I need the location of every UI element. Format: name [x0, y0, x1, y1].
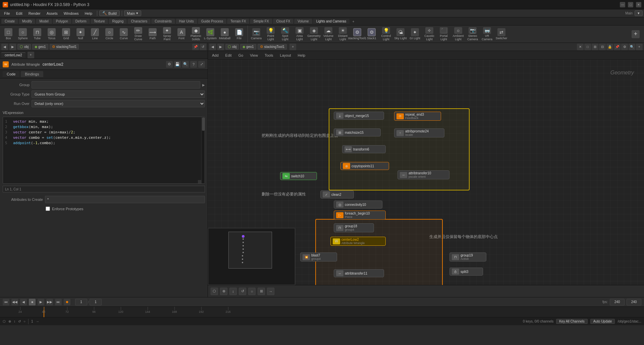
sb-circle-icon[interactable]: ○	[23, 320, 25, 323]
shelf-distant-light[interactable]: ☀ Distant Light	[336, 26, 350, 42]
terrain-fx-tab[interactable]: Terrain FX	[227, 19, 249, 24]
tc-stop[interactable]: ■	[29, 299, 36, 305]
maximize-button[interactable]: □	[628, 2, 633, 7]
right-toolbar-3[interactable]: ⊞	[592, 44, 598, 50]
shelf-spray-paint[interactable]: ✦ Spray Paint	[160, 26, 174, 42]
shelf-circle[interactable]: ○ Circle	[102, 26, 116, 42]
menu-assets[interactable]: Assets	[44, 11, 60, 16]
right-path-geo1[interactable]: ◈ geo1	[240, 44, 256, 50]
modify-tab[interactable]: Modify	[19, 19, 35, 24]
shelf-font[interactable]: A Font	[174, 26, 189, 42]
node-transform6[interactable]: ⟷ transform6	[342, 145, 386, 153]
hair-units-tab[interactable]: Hair Units	[176, 19, 197, 24]
constraints-tab[interactable]: Constraints	[151, 19, 175, 24]
tc-fps-input[interactable]	[610, 299, 625, 305]
shelf-add[interactable]: +	[629, 26, 643, 42]
right-add-tab[interactable]: +	[289, 44, 296, 50]
rmenu-layout[interactable]: Layout	[277, 53, 294, 58]
rb-btn-4[interactable]: ↺	[239, 288, 246, 295]
node-object-merge15[interactable]: ⤓ object_merge15	[334, 112, 384, 120]
node-clean2[interactable]: ✓ clean2	[320, 190, 354, 198]
shelf-stacking-tool1[interactable]: ⚙ stackingTool1	[350, 26, 364, 42]
shelf-vr-camera[interactable]: 🥽 VR Camera	[480, 26, 494, 42]
path-geo1[interactable]: ◈ geo1	[32, 44, 48, 50]
main-right-dropdown[interactable]: ▾	[635, 10, 643, 16]
tc-play[interactable]: ▶	[38, 299, 44, 305]
right-toolbar-6[interactable]: 📌	[614, 44, 621, 50]
shelf-ambient-light[interactable]: ○ Ambient Light	[451, 26, 465, 42]
node-copytopoints11[interactable]: ⊕ copytopoints11	[340, 162, 389, 170]
shelf-l-system[interactable]: 🌿 L-System	[203, 26, 217, 42]
right-nav-back[interactable]: ◀	[209, 44, 216, 50]
node-matchsize15[interactable]: ⊞ matchsize15	[334, 128, 381, 136]
node-foreach-begin10[interactable]: ▷ foreach_begin10 Piece	[334, 211, 386, 220]
rb-btn-5[interactable]: ○	[248, 288, 256, 295]
editor-resize[interactable]	[198, 180, 201, 183]
right-toolbar-zoom[interactable]: +	[636, 44, 643, 50]
tc-fps2-input[interactable]	[627, 299, 641, 305]
polygon-tab[interactable]: Polygon	[53, 19, 71, 24]
shelf-metaball[interactable]: ● Metaball	[218, 26, 232, 42]
node-attribtransfer11[interactable]: ↔ attribtransfer11	[334, 269, 384, 277]
shelf-control-light[interactable]: 💡 Control Light	[379, 26, 393, 42]
shelf-point-light[interactable]: 💡 Point Light	[264, 26, 278, 42]
characters-tab[interactable]: Characters	[127, 19, 151, 24]
cloud-fx-tab[interactable]: Cloud FX	[273, 19, 294, 24]
node-graph[interactable]: Geometry	[208, 60, 644, 285]
shelf-tube[interactable]: ⊓ Tube	[30, 26, 44, 42]
rb-btn-3[interactable]: ↕	[229, 288, 237, 295]
tc-step-forward[interactable]: ▶▶	[46, 299, 53, 305]
close-button[interactable]: ✕	[636, 2, 641, 7]
menu-render[interactable]: Render	[26, 11, 43, 16]
node-attribpromote24[interactable]: ↑ attribpromote24 iscale	[394, 128, 444, 137]
shelf-sphere[interactable]: ○ Sphere	[16, 26, 30, 42]
rb-btn-2[interactable]: ⊕	[220, 288, 227, 295]
right-toolbar-7[interactable]: ⚙	[621, 44, 628, 50]
menu-file[interactable]: File	[1, 11, 13, 16]
timeline-track[interactable]: 24 48 72 96 120 144 168 192 216	[0, 307, 644, 317]
simple-fx-tab[interactable]: Simple FX	[250, 19, 272, 24]
key-all-channels-button[interactable]: Key All Channels	[556, 319, 588, 324]
rmenu-help[interactable]: Help	[295, 53, 308, 58]
mini-navigator[interactable]	[208, 228, 295, 285]
right-path-obj[interactable]: ⬡ obj	[225, 44, 239, 50]
shelf-camera[interactable]: 📷 Camera	[249, 26, 263, 42]
right-toolbar-5[interactable]: 🔒	[606, 44, 613, 50]
rmenu-go[interactable]: Go	[236, 53, 246, 58]
tc-frame-end-input[interactable]	[90, 299, 102, 305]
sb-arrow-icon[interactable]: →	[36, 320, 39, 323]
editor-scrollbar[interactable]	[201, 117, 205, 183]
auto-update-button[interactable]: Auto Update	[590, 319, 615, 324]
rb-btn-7[interactable]: →	[267, 288, 274, 295]
wrangle-expand[interactable]: ⤢	[198, 61, 205, 68]
sb-geo-icon[interactable]: ⬡	[3, 320, 6, 323]
volume-tab[interactable]: Volume	[294, 19, 312, 24]
tab-bindings[interactable]: Bindings	[21, 71, 43, 77]
shelf-path[interactable]: ⟿ Path	[146, 26, 160, 42]
right-nav-forward[interactable]: ▶	[217, 44, 224, 50]
shelf-curve[interactable]: ∿ Curve	[117, 26, 131, 42]
main-dropdown[interactable]: Main ▾	[124, 10, 142, 16]
shelf-box[interactable]: □ Box	[1, 26, 15, 42]
node-switch10[interactable]: ⇆ switch10	[280, 172, 317, 180]
shelf-stereo-camera[interactable]: 📷 Stereo Camera	[466, 26, 480, 42]
group-input[interactable]	[32, 81, 200, 89]
rmenu-edit[interactable]: Edit	[223, 53, 234, 58]
create-tab[interactable]: Create	[1, 19, 18, 24]
node-attribtransfer10[interactable]: ↔ attribtransfer10 pscale orient	[397, 170, 449, 179]
shelf-file[interactable]: 📄 File	[232, 26, 246, 42]
tc-frame-input[interactable]	[75, 299, 87, 305]
right-path-stacking[interactable]: ⚙ stackingTool1	[258, 44, 287, 50]
shelf-geometry-light[interactable]: ◈ Geometry Light	[307, 26, 321, 42]
shelf-portal-light[interactable]: ⬛ Portal Light	[437, 26, 451, 42]
rmenu-view[interactable]: View	[247, 53, 261, 58]
wrangle-settings[interactable]: ⚙	[166, 61, 173, 68]
window-controls[interactable]: — □ ✕	[620, 2, 641, 7]
guide-process-tab[interactable]: Guide Process	[198, 19, 227, 24]
shelf-sky-light[interactable]: 🌤 Sky Light	[393, 26, 408, 42]
shelf-torus[interactable]: ◎ Torus	[45, 26, 59, 42]
enforce-prototypes-checkbox[interactable]	[46, 207, 50, 211]
rigging-tab[interactable]: Rigging	[109, 19, 127, 24]
tc-skip-end[interactable]: ⏭	[55, 299, 62, 305]
shelf-caustic-light[interactable]: ✧ Caustic Light	[422, 26, 436, 42]
